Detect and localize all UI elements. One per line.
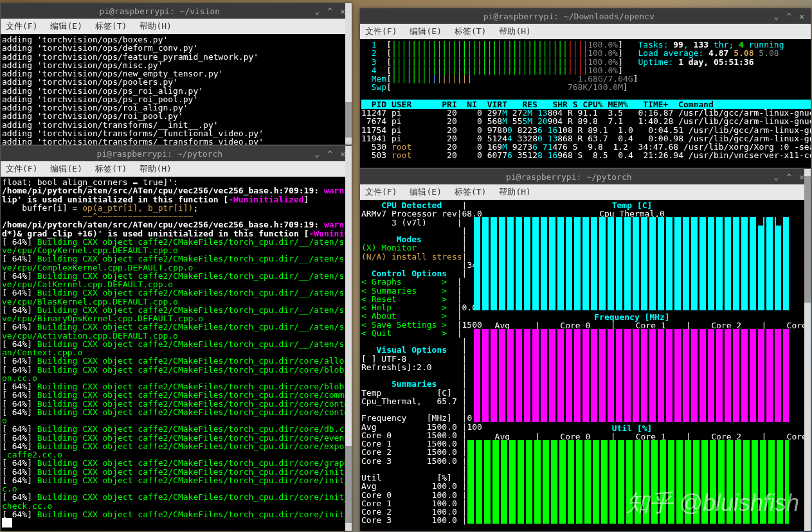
titlebar[interactable]: pi@raspberrypi: ~/vision ⌄ ^ ✕ (1, 3, 352, 19)
maximize-icon[interactable]: ^ (785, 12, 793, 21)
minimize-icon[interactable]: ⌄ (773, 172, 780, 182)
minimize-icon[interactable]: ⌄ (314, 6, 321, 16)
menubar: 文件(F) 编辑(E) 标签(T) 帮助(H) (1, 161, 352, 177)
menu-edit[interactable]: 编辑(E) (407, 185, 444, 199)
maximize-icon[interactable]: ^ (326, 6, 334, 16)
menu-tabs[interactable]: 标签(T) (452, 185, 489, 199)
window-title: pi@raspberrypi: ~/pytorch (365, 172, 773, 182)
htop-output[interactable]: 1 [|||||||||||||||||||||||||||||||||||||… (360, 39, 811, 168)
menu-edit[interactable]: 编辑(E) (407, 24, 444, 39)
menu-file[interactable]: 文件(F) (363, 24, 399, 39)
scrollbar[interactable] (345, 146, 352, 531)
scrollbar[interactable] (345, 3, 352, 145)
scrollbar[interactable] (804, 169, 811, 531)
menu-tabs[interactable]: 标签(T) (93, 19, 129, 33)
close-icon[interactable]: ✕ (798, 12, 806, 21)
menu-file[interactable]: 文件(F) (363, 185, 399, 199)
terminal-window-monitor: pi@raspberrypi: ~/pytorch ⌄ ^ ✕ 文件(F) 编辑… (359, 168, 811, 531)
titlebar[interactable]: pi@raspberrypi: ~/pytorch ⌄ ^ ✕ (360, 169, 811, 184)
terminal-window-htop: pi@raspberrypi: ~/Downloads/opencv ⌄ ^ ✕… (359, 8, 811, 168)
menu-edit[interactable]: 编辑(E) (48, 19, 84, 33)
menu-help[interactable]: 帮助(H) (137, 162, 174, 176)
titlebar[interactable]: pi@raspberrypi: ~/pytorch ⌄ ^ ✕ (1, 146, 352, 161)
menubar: 文件(F) 编辑(E) 标签(T) 帮助(H) (360, 184, 811, 200)
menu-tabs[interactable]: 标签(T) (93, 162, 129, 176)
window-title: pi@raspberrypi: ~/vision (6, 6, 314, 16)
menubar: 文件(F) 编辑(E) 标签(T) 帮助(H) (360, 24, 811, 39)
menu-tabs[interactable]: 标签(T) (452, 24, 489, 39)
window-title: pi@raspberrypi: ~/Downloads/opencv (365, 12, 773, 21)
terminal-window-vision: pi@raspberrypi: ~/vision ⌄ ^ ✕ 文件(F) 编辑(… (0, 3, 352, 145)
monitor-output[interactable]: CPU Detected | ARMv7 Processor rev|68.0 … (360, 200, 811, 531)
terminal-output[interactable]: float; bool align_corners = true]': /hom… (1, 177, 352, 531)
menu-file[interactable]: 文件(F) (3, 162, 40, 176)
menubar: 文件(F) 编辑(E) 标签(T) 帮助(H) (1, 19, 352, 34)
menu-edit[interactable]: 编辑(E) (48, 162, 84, 176)
minimize-icon[interactable]: ⌄ (773, 12, 780, 21)
window-title: pi@raspberrypi: ~/pytorch (6, 149, 314, 159)
maximize-icon[interactable]: ^ (785, 172, 793, 182)
terminal-output[interactable]: adding 'torchvision/ops/boxes.py' adding… (1, 34, 352, 145)
menu-help[interactable]: 帮助(H) (496, 185, 533, 199)
minimize-icon[interactable]: ⌄ (314, 149, 321, 159)
menu-help[interactable]: 帮助(H) (137, 19, 174, 33)
menu-file[interactable]: 文件(F) (3, 19, 40, 33)
menu-help[interactable]: 帮助(H) (496, 24, 533, 39)
maximize-icon[interactable]: ^ (326, 149, 334, 159)
terminal-window-pytorch-build: pi@raspberrypi: ~/pytorch ⌄ ^ ✕ 文件(F) 编辑… (0, 145, 352, 531)
titlebar[interactable]: pi@raspberrypi: ~/Downloads/opencv ⌄ ^ ✕ (360, 8, 811, 24)
